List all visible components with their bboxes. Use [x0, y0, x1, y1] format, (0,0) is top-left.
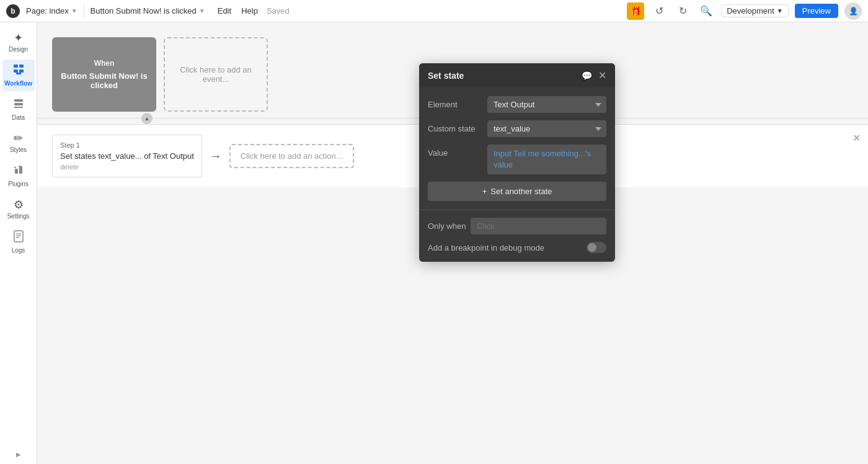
sidebar-item-logs[interactable]: Logs — [2, 226, 35, 258]
sidebar-item-styles[interactable]: ✏ Styles — [2, 128, 35, 158]
step-box: Step 1 Set states text_value... of Text … — [52, 135, 202, 177]
environment-label: Development — [727, 6, 774, 16]
value-row: Value Input Tell me something...'s value — [428, 145, 606, 174]
add-event-box[interactable]: Click here to add an event... — [164, 37, 268, 112]
sidebar-item-label-plugins: Plugins — [8, 181, 29, 188]
divider-arrow-icon: ▲ — [141, 113, 153, 124]
svg-rect-10 — [14, 167, 16, 168]
modal-body: Element Text Output Custom state text_va… — [419, 87, 615, 262]
sidebar-item-label-logs: Logs — [12, 247, 25, 254]
plus-icon: + — [482, 187, 487, 196]
plugins-icon — [12, 164, 25, 179]
svg-rect-2 — [14, 69, 18, 73]
workflow-icon — [12, 63, 25, 79]
sidebar-item-label-workflow: Workflow — [4, 80, 32, 87]
topbar-divider-1 — [84, 5, 84, 17]
modal-close-button[interactable]: ✕ — [598, 69, 606, 81]
sidebar: ✦ Design Workflow Data ✏ Style — [0, 22, 37, 464]
step-label: Step 1 — [60, 141, 194, 149]
when-box: When Button Submit Now! is clicked — [52, 37, 156, 112]
sidebar-item-settings[interactable]: ⚙ Settings — [2, 194, 35, 224]
sidebar-item-label-styles: Styles — [10, 146, 27, 154]
settings-icon: ⚙ — [14, 198, 24, 212]
when-label: When — [94, 59, 115, 68]
comment-icon[interactable]: 💬 — [582, 71, 592, 81]
svg-rect-0 — [14, 65, 18, 68]
modal-divider — [419, 210, 615, 210]
value-label: Value — [428, 145, 482, 158]
env-dropdown-icon: ▼ — [777, 7, 783, 14]
app-logo: b — [6, 4, 20, 18]
step-arrow-icon: → — [210, 149, 222, 163]
topbar-menu: Edit Help — [218, 6, 258, 16]
only-when-input[interactable] — [471, 218, 606, 234]
add-action-box[interactable]: Click here to add an action... — [229, 144, 354, 168]
event-selector[interactable]: Button Submit Now! is clicked ▼ — [91, 6, 205, 16]
element-row: Element Text Output — [428, 96, 606, 113]
sidebar-item-design[interactable]: ✦ Design — [2, 27, 35, 57]
menu-edit[interactable]: Edit — [218, 6, 231, 16]
styles-icon: ✏ — [14, 132, 23, 145]
topbar-right: 🎁 ↺ ↻ 🔍 Development ▼ Preview 👤 — [627, 2, 862, 20]
page-dropdown-icon[interactable]: ▼ — [71, 7, 78, 14]
svg-rect-5 — [14, 99, 23, 102]
value-box[interactable]: Input Tell me something...'s value — [487, 145, 606, 174]
when-event: Button Submit Now! is clicked — [60, 71, 149, 90]
svg-rect-11 — [19, 166, 20, 167]
main-layout: ✦ Design Workflow Data ✏ Style — [0, 22, 868, 464]
data-icon — [12, 97, 25, 113]
svg-rect-6 — [14, 103, 23, 105]
set-state-modal: Set state 💬 ✕ Element Text Output — [419, 63, 615, 262]
sidebar-collapse-arrow[interactable]: ▶ — [14, 449, 24, 459]
user-avatar[interactable]: 👤 — [844, 2, 862, 20]
modal-header-icons: 💬 ✕ — [582, 69, 606, 81]
preview-button[interactable]: Preview — [795, 4, 838, 18]
step-section-close[interactable]: ✕ — [852, 132, 861, 144]
svg-rect-7 — [14, 107, 23, 108]
environment-selector[interactable]: Development ▼ — [721, 4, 789, 17]
svg-rect-8 — [15, 169, 18, 174]
logs-icon — [13, 230, 24, 246]
search-icon[interactable]: 🔍 — [698, 2, 715, 20]
sidebar-item-plugins[interactable]: Plugins — [2, 160, 35, 192]
set-another-label: Set another state — [490, 187, 552, 196]
topbar: b Page: index ▼ Button Submit Now! is cl… — [0, 0, 868, 22]
svg-rect-1 — [19, 65, 24, 68]
undo-icon[interactable]: ↺ — [650, 2, 668, 20]
page-selector[interactable]: Page: index ▼ — [26, 6, 78, 16]
svg-rect-12 — [14, 231, 23, 242]
menu-help[interactable]: Help — [241, 6, 258, 16]
sidebar-item-data[interactable]: Data — [2, 94, 35, 125]
sidebar-item-label-settings: Settings — [7, 213, 29, 220]
event-label: Button Submit Now! is clicked — [91, 6, 197, 16]
saved-status: Saved — [267, 6, 290, 16]
modal-header: Set state 💬 ✕ — [419, 63, 615, 87]
sidebar-item-workflow[interactable]: Workflow — [2, 60, 35, 91]
sidebar-item-label-design: Design — [9, 46, 28, 53]
svg-rect-4 — [16, 73, 21, 74]
step-delete[interactable]: delete — [60, 163, 194, 171]
breakpoint-toggle[interactable] — [587, 242, 606, 253]
only-when-row: Only when — [428, 218, 606, 234]
custom-state-row: Custom state text_value — [428, 120, 606, 137]
custom-state-label: Custom state — [428, 120, 482, 133]
svg-rect-3 — [19, 69, 24, 73]
gift-icon[interactable]: 🎁 — [627, 2, 644, 20]
only-when-label: Only when — [428, 221, 466, 231]
set-another-state-button[interactable]: + Set another state — [428, 182, 606, 201]
modal-title: Set state — [428, 71, 464, 81]
element-select[interactable]: Text Output — [487, 96, 606, 113]
step-title: Set states text_value... of Text Output — [60, 151, 194, 161]
svg-rect-9 — [19, 166, 22, 174]
event-dropdown-icon[interactable]: ▼ — [199, 7, 205, 14]
workflow-area: When Button Submit Now! is clicked Click… — [37, 22, 868, 464]
breakpoint-row: Add a breakpoint in debug mode — [428, 242, 606, 253]
element-label: Element — [428, 96, 482, 109]
design-icon: ✦ — [14, 31, 23, 45]
page-label: Page: index — [26, 6, 69, 16]
redo-icon[interactable]: ↻ — [674, 2, 691, 20]
breakpoint-label: Add a breakpoint in debug mode — [428, 243, 582, 252]
custom-state-select[interactable]: text_value — [487, 120, 606, 137]
sidebar-item-label-data: Data — [12, 114, 25, 122]
